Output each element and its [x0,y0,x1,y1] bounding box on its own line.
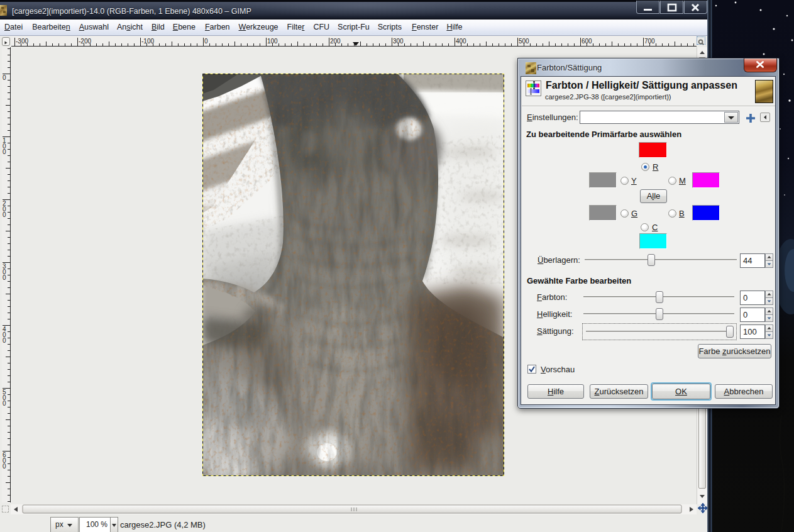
svg-text:0: 0 [3,463,6,470]
svg-text:0: 0 [3,400,6,407]
svg-text:0: 0 [3,74,6,81]
svg-text:0: 0 [3,148,6,155]
svg-text:500: 500 [519,38,529,45]
svg-text:-300: -300 [16,38,28,45]
svg-text:400: 400 [456,38,466,45]
svg-text:0: 0 [3,211,6,218]
svg-text:0: 0 [3,337,6,344]
svg-text:100: 100 [267,38,278,45]
svg-text:700: 700 [644,38,655,45]
svg-text:0: 0 [204,38,208,45]
svg-text:600: 600 [582,38,592,45]
svg-text:-100: -100 [141,38,154,45]
svg-text:200: 200 [330,38,341,45]
svg-text:300: 300 [393,38,404,45]
svg-text:-200: -200 [79,38,91,45]
svg-text:0: 0 [3,274,6,281]
